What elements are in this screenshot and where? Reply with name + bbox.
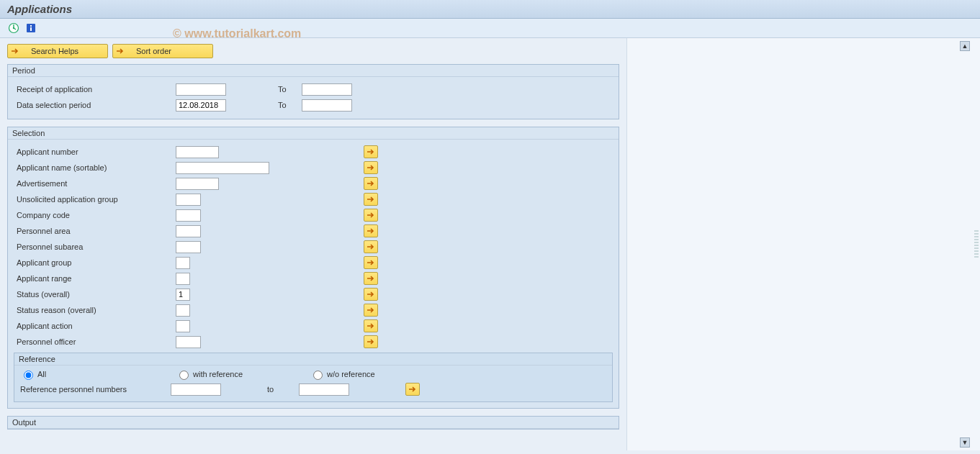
selection-multi-button[interactable] xyxy=(364,224,378,237)
svg-point-1 xyxy=(13,27,14,29)
selection-multi-button[interactable] xyxy=(364,240,378,253)
selection-field-label: Company code xyxy=(14,211,176,219)
selection-multi-button[interactable] xyxy=(364,272,378,285)
info-icon[interactable] xyxy=(24,22,37,35)
selection-field-label: Status (overall) xyxy=(14,290,176,299)
sort-order-label: Sort order xyxy=(136,47,171,55)
period-datasel-to-label: To xyxy=(269,101,302,109)
selection-field-input[interactable] xyxy=(176,273,190,285)
selection-panel-title: Selection xyxy=(8,127,619,140)
period-receipt-from[interactable] xyxy=(176,83,226,96)
selection-panel: Selection Applicant numberApplicant name… xyxy=(7,127,619,409)
selection-field-input[interactable] xyxy=(176,336,201,348)
reference-pernr-from[interactable] xyxy=(171,383,221,396)
svg-rect-4 xyxy=(30,27,32,31)
side-scroll-area: ▲ ▼ xyxy=(626,38,980,450)
selection-field-label: Applicant range xyxy=(14,274,176,283)
selection-field-input[interactable] xyxy=(176,225,201,237)
period-panel-title: Period xyxy=(8,65,619,77)
period-datasel-to[interactable] xyxy=(302,99,352,112)
selection-field-input[interactable] xyxy=(176,289,190,301)
selection-row: Applicant range xyxy=(14,271,613,286)
selection-multi-button[interactable] xyxy=(364,319,378,332)
period-row-receipt: Receipt of application To xyxy=(14,81,613,97)
selection-row: Personnel officer xyxy=(14,334,613,350)
selection-field-input[interactable] xyxy=(176,178,219,190)
reference-panel-title: Reference xyxy=(14,353,612,366)
svg-rect-3 xyxy=(30,25,32,27)
reference-radio-without-input[interactable] xyxy=(313,371,323,380)
scroll-down-icon[interactable]: ▼ xyxy=(960,437,970,448)
selection-row: Unsolicited application group xyxy=(14,191,613,207)
selection-multi-button[interactable] xyxy=(364,209,378,222)
selection-multi-button[interactable] xyxy=(364,335,378,348)
selection-row: Company code xyxy=(14,207,613,223)
selection-multi-button[interactable] xyxy=(364,288,378,301)
reference-pernr-to[interactable] xyxy=(299,383,349,396)
reference-radio-all[interactable]: All xyxy=(20,368,171,380)
selection-field-label: Applicant number xyxy=(14,147,176,156)
reference-pernr-multi-button[interactable] xyxy=(405,383,420,396)
selection-row: Personnel area xyxy=(14,223,613,239)
reference-radio-all-label: All xyxy=(37,370,46,378)
search-helps-button[interactable]: Search Helps xyxy=(7,44,108,58)
reference-pernr-to-label: to xyxy=(267,385,296,394)
selection-field-input[interactable] xyxy=(176,194,201,206)
page-title: Applications xyxy=(0,0,980,19)
selection-field-input[interactable] xyxy=(176,241,201,253)
selection-multi-button[interactable] xyxy=(364,145,378,158)
page-title-text: Applications xyxy=(7,3,72,15)
app-toolbar xyxy=(0,19,980,38)
arrow-right-icon xyxy=(11,47,21,55)
sort-order-button[interactable]: Sort order xyxy=(112,44,213,58)
selection-field-input[interactable] xyxy=(176,209,201,222)
reference-radio-without[interactable]: w/o reference xyxy=(310,368,418,380)
reference-panel: Reference All with reference w/o refe xyxy=(14,353,613,402)
selection-field-label: Personnel subarea xyxy=(14,242,176,251)
selection-row: Status reason (overall) xyxy=(14,302,613,318)
selection-field-input[interactable] xyxy=(176,304,190,317)
selection-field-input[interactable] xyxy=(176,146,219,158)
selection-row: Personnel subarea xyxy=(14,239,613,255)
reference-radio-without-label: w/o reference xyxy=(327,370,375,378)
reference-radio-all-input[interactable] xyxy=(24,371,33,380)
selection-field-label: Applicant action xyxy=(14,322,176,330)
reference-radio-with-input[interactable] xyxy=(179,371,189,380)
selection-field-input[interactable] xyxy=(176,320,190,332)
selection-multi-button[interactable] xyxy=(364,256,378,269)
selection-field-label: Personnel area xyxy=(14,227,176,235)
selection-field-label: Applicant name (sortable) xyxy=(14,163,176,172)
selection-field-input[interactable] xyxy=(176,162,269,174)
selection-field-input[interactable] xyxy=(176,257,190,269)
execute-icon[interactable] xyxy=(7,22,20,35)
arrow-right-icon xyxy=(116,47,126,55)
output-panel: Output xyxy=(7,416,619,430)
output-panel-title: Output xyxy=(8,417,619,429)
period-datasel-from[interactable] xyxy=(176,99,226,112)
search-helps-label: Search Helps xyxy=(31,47,78,55)
period-row-datasel: Data selection period To xyxy=(14,97,613,113)
selection-multi-button[interactable] xyxy=(364,193,378,206)
main-area: Search Helps Sort order Period Receipt o… xyxy=(0,38,626,450)
scroll-grip-icon[interactable] xyxy=(974,230,979,259)
selection-row: Applicant action xyxy=(14,318,613,334)
selection-field-label: Personnel officer xyxy=(14,337,176,346)
selection-row: Applicant group xyxy=(14,255,613,271)
reference-radio-with-label: with reference xyxy=(193,370,243,378)
selection-multi-button[interactable] xyxy=(364,177,378,190)
selection-row: Status (overall) xyxy=(14,286,613,302)
selection-multi-button[interactable] xyxy=(364,304,378,317)
selection-field-label: Advertisement xyxy=(14,179,176,188)
selection-row: Advertisement xyxy=(14,176,613,191)
reference-pernr-label: Reference personnel numbers xyxy=(20,385,168,394)
period-receipt-label: Receipt of application xyxy=(14,85,176,94)
selection-field-label: Applicant group xyxy=(14,258,176,267)
selection-field-label: Unsolicited application group xyxy=(14,195,176,204)
period-receipt-to[interactable] xyxy=(302,83,352,96)
reference-radio-with[interactable]: with reference xyxy=(176,368,305,380)
scroll-up-icon[interactable]: ▲ xyxy=(960,41,970,51)
period-panel: Period Receipt of application To Data se… xyxy=(7,64,619,119)
period-receipt-to-label: To xyxy=(269,85,302,94)
selection-multi-button[interactable] xyxy=(364,161,378,174)
selection-row: Applicant name (sortable) xyxy=(14,160,613,176)
